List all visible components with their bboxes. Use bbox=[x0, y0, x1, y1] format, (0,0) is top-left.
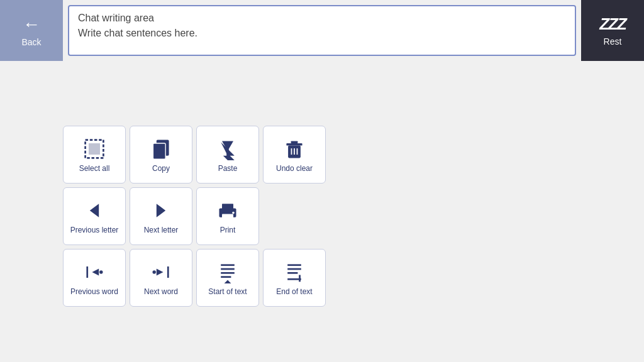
svg-rect-25 bbox=[221, 268, 235, 270]
select-all-icon bbox=[83, 138, 106, 160]
svg-rect-30 bbox=[287, 268, 301, 270]
previous-word-label: Previous word bbox=[70, 287, 118, 296]
rest-label: Rest bbox=[604, 36, 622, 47]
start-text-icon bbox=[216, 261, 239, 283]
svg-rect-18 bbox=[86, 266, 88, 278]
back-arrow-icon: ← bbox=[23, 14, 40, 35]
svg-rect-24 bbox=[221, 264, 235, 266]
zzz-icon: ZZZ bbox=[599, 14, 626, 34]
undo-clear-icon bbox=[283, 138, 306, 160]
rest-button[interactable]: ZZZ Rest bbox=[581, 0, 644, 61]
copy-label: Copy bbox=[152, 164, 170, 173]
next-word-button[interactable]: Next word bbox=[130, 249, 192, 307]
action-button-grid: Select all Copy Paste bbox=[63, 126, 326, 307]
end-text-icon bbox=[283, 261, 306, 283]
paste-button[interactable]: Paste bbox=[196, 126, 259, 184]
svg-marker-12 bbox=[90, 204, 99, 217]
next-letter-button[interactable]: Next letter bbox=[130, 187, 192, 245]
svg-rect-15 bbox=[222, 204, 233, 209]
svg-rect-3 bbox=[153, 143, 165, 159]
copy-button[interactable]: Copy bbox=[130, 126, 192, 184]
previous-letter-button[interactable]: Previous letter bbox=[63, 187, 126, 245]
undo-clear-label: Undo clear bbox=[276, 164, 313, 173]
print-label: Print bbox=[220, 226, 236, 234]
svg-marker-19 bbox=[92, 268, 99, 275]
back-button[interactable]: ← Back bbox=[0, 0, 63, 61]
next-word-icon bbox=[150, 261, 172, 283]
paste-label: Paste bbox=[218, 164, 238, 173]
next-word-label: Next word bbox=[144, 287, 178, 296]
undo-clear-button[interactable]: Undo clear bbox=[263, 126, 326, 184]
chat-area-title: Chat writing area bbox=[78, 13, 566, 24]
svg-rect-26 bbox=[221, 272, 235, 274]
svg-rect-16 bbox=[222, 214, 233, 219]
svg-point-23 bbox=[153, 270, 156, 273]
select-all-label: Select all bbox=[79, 164, 110, 173]
svg-rect-21 bbox=[167, 266, 169, 278]
end-of-text-label: End of text bbox=[276, 287, 312, 296]
start-of-text-button[interactable]: Start of text bbox=[196, 249, 259, 307]
previous-letter-label: Previous letter bbox=[70, 226, 119, 234]
svg-marker-28 bbox=[225, 280, 231, 283]
prev-word-icon bbox=[83, 261, 106, 283]
select-all-button[interactable]: Select all bbox=[63, 126, 126, 184]
next-letter-icon bbox=[150, 199, 172, 222]
svg-rect-7 bbox=[286, 143, 302, 146]
svg-rect-29 bbox=[287, 264, 301, 266]
end-of-text-button[interactable]: End of text bbox=[263, 249, 326, 307]
next-letter-label: Next letter bbox=[144, 226, 179, 234]
back-label: Back bbox=[21, 37, 41, 47]
svg-rect-8 bbox=[291, 141, 298, 143]
svg-point-20 bbox=[99, 270, 103, 273]
print-button[interactable]: Print bbox=[196, 187, 259, 245]
svg-rect-33 bbox=[299, 275, 301, 282]
previous-word-button[interactable]: Previous word bbox=[63, 249, 126, 307]
svg-rect-27 bbox=[221, 276, 231, 278]
copy-icon bbox=[150, 138, 172, 160]
paste-icon bbox=[216, 138, 239, 160]
print-icon bbox=[216, 199, 239, 222]
chat-writing-area[interactable]: Chat writing area Write chat sentences h… bbox=[68, 5, 576, 56]
svg-rect-31 bbox=[287, 272, 297, 274]
prev-letter-icon bbox=[83, 199, 106, 222]
svg-point-17 bbox=[232, 212, 235, 214]
svg-marker-13 bbox=[157, 204, 165, 217]
chat-area-subtitle: Write chat sentences here. bbox=[78, 28, 566, 39]
svg-marker-22 bbox=[157, 268, 164, 275]
svg-rect-1 bbox=[89, 143, 100, 155]
start-of-text-label: Start of text bbox=[208, 287, 247, 296]
